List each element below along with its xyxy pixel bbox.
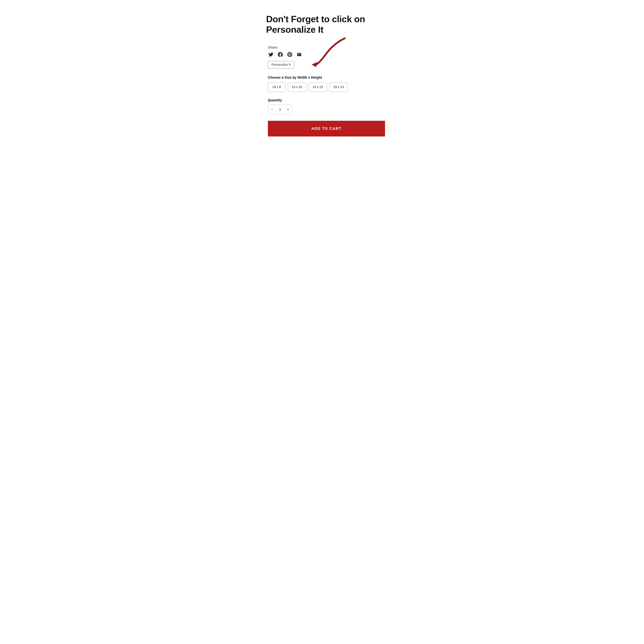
size-option-15x13[interactable]: 15 x 13 bbox=[309, 82, 327, 92]
email-icon[interactable] bbox=[296, 52, 302, 57]
size-section-label: Choose a Size by Width x Height bbox=[268, 75, 385, 80]
quantity-decrement-button[interactable]: − bbox=[268, 105, 276, 114]
quantity-value: 1 bbox=[276, 107, 284, 111]
quantity-stepper: − 1 + bbox=[268, 105, 292, 114]
twitter-icon[interactable] bbox=[268, 52, 274, 57]
size-options-row: 10 x 8 13 x 10 15 x 13 19 x 13 bbox=[268, 82, 385, 92]
size-option-13x10[interactable]: 13 x 10 bbox=[288, 82, 306, 92]
product-options: Choose a Size by Width x Height 10 x 8 1… bbox=[268, 75, 385, 136]
pinterest-icon[interactable] bbox=[287, 52, 293, 57]
facebook-icon[interactable] bbox=[277, 52, 283, 57]
size-option-10x8[interactable]: 10 x 8 bbox=[268, 82, 285, 92]
page-headline: Don't Forget to click on Personalize It bbox=[266, 14, 385, 35]
quantity-increment-button[interactable]: + bbox=[284, 105, 292, 114]
quantity-label: Quantity bbox=[268, 98, 385, 102]
add-to-cart-button[interactable]: ADD TO CART bbox=[268, 121, 385, 136]
svg-marker-0 bbox=[312, 62, 318, 67]
share-section: Share: bbox=[268, 45, 385, 69]
size-option-19x13[interactable]: 19 x 13 bbox=[329, 82, 348, 92]
page-container: Don't Forget to click on Personalize It … bbox=[256, 7, 388, 147]
arrow-decoration bbox=[310, 37, 348, 68]
personalize-button[interactable]: Personalize It bbox=[268, 61, 294, 69]
